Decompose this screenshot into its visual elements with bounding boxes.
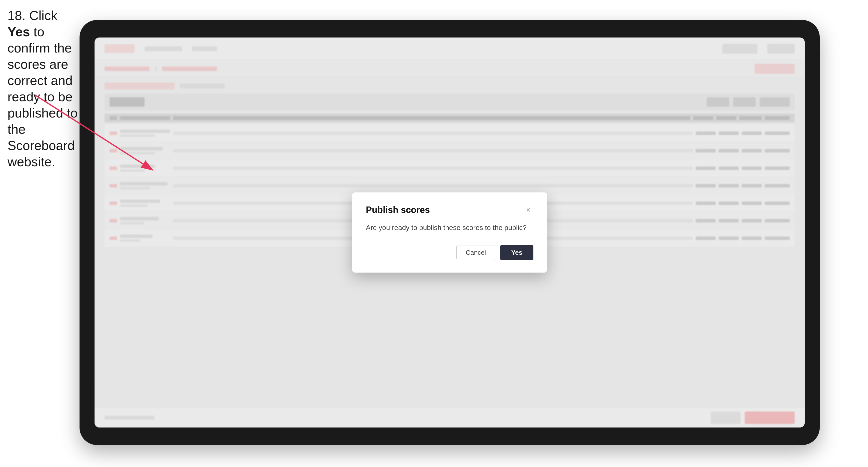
instruction-text: 18. Click Yes to confirm the scores are … <box>7 7 80 170</box>
modal-container: Publish scores × Are you ready to publis… <box>352 192 547 273</box>
modal-footer: Cancel Yes <box>366 245 533 260</box>
instruction-bold: Yes <box>7 25 30 39</box>
cancel-button[interactable]: Cancel <box>456 245 495 260</box>
modal-header: Publish scores × <box>366 205 533 215</box>
publish-scores-modal: Publish scores × Are you ready to publis… <box>352 192 547 273</box>
modal-title: Publish scores <box>366 205 430 215</box>
tablet-frame: Publish scores × Are you ready to publis… <box>80 20 820 445</box>
step-number: 18. <box>7 8 29 23</box>
modal-close-button[interactable]: × <box>523 205 533 215</box>
tablet-screen: Publish scores × Are you ready to publis… <box>95 37 805 428</box>
modal-body-text: Are you ready to publish these scores to… <box>366 223 533 232</box>
yes-button[interactable]: Yes <box>500 245 533 260</box>
